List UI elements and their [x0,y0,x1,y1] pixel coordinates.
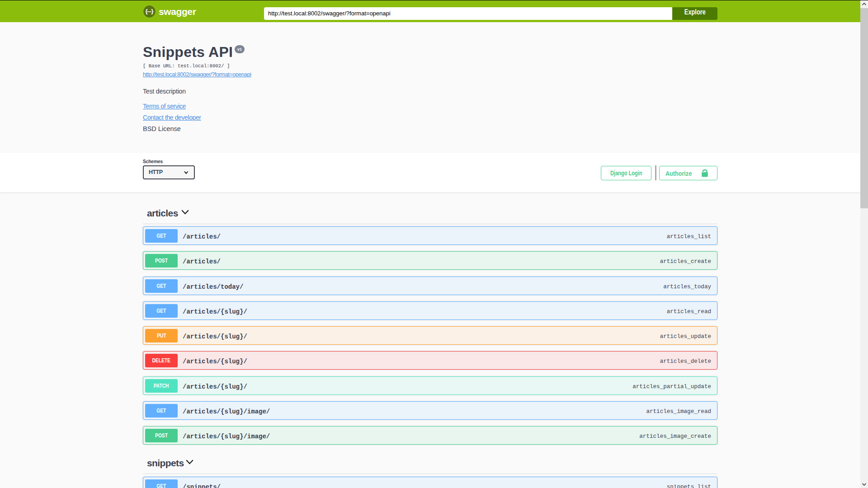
svg-text:}: } [151,8,154,14]
svg-text:{: { [146,8,148,14]
